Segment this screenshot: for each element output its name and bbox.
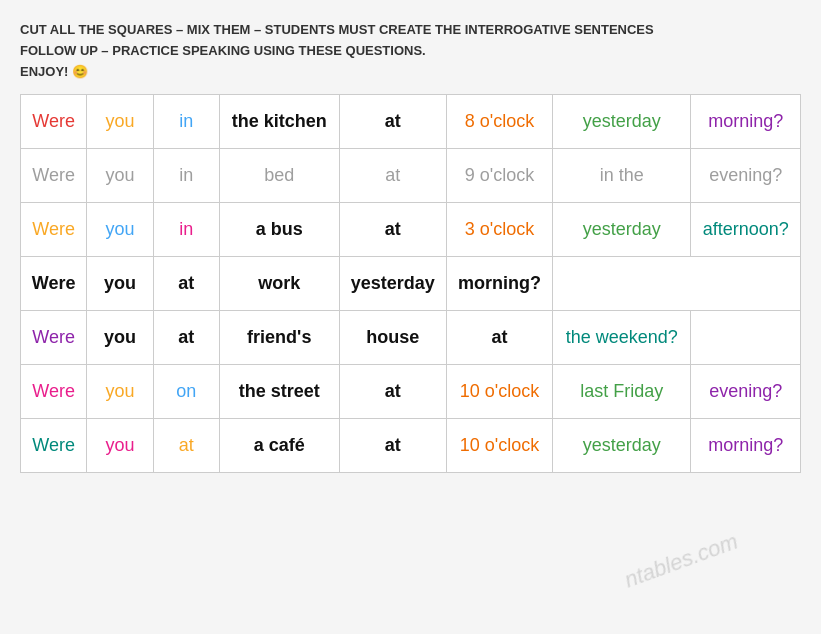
table-cell: Were: [21, 257, 87, 311]
table-cell: at: [153, 419, 219, 473]
table-cell: Were: [21, 95, 87, 149]
table-cell: the street: [220, 365, 339, 419]
table-row: Wereyouonthe streetat10 o'clocklast Frid…: [21, 365, 801, 419]
table-cell: Were: [21, 149, 87, 203]
instruction-line2: FOLLOW UP – PRACTICE SPEAKING USING THES…: [20, 43, 426, 58]
table-cell: at: [339, 203, 446, 257]
table-cell: 3 o'clock: [446, 203, 552, 257]
table-cell: you: [87, 95, 153, 149]
table-cell: 9 o'clock: [446, 149, 552, 203]
table-cell: 10 o'clock: [446, 365, 552, 419]
table-cell: at: [339, 149, 446, 203]
table-cell: house: [339, 311, 446, 365]
table-cell: morning?: [691, 419, 801, 473]
table-cell: a bus: [220, 203, 339, 257]
table-cell: you: [87, 311, 153, 365]
table-cell: you: [87, 365, 153, 419]
table-cell: [553, 257, 801, 311]
table-cell: at: [339, 95, 446, 149]
table-cell: morning?: [691, 95, 801, 149]
table-cell: 10 o'clock: [446, 419, 552, 473]
table-row: Wereyouatworkyesterdaymorning?: [21, 257, 801, 311]
table-cell: in: [153, 95, 219, 149]
table-cell: at: [339, 365, 446, 419]
table-cell: Were: [21, 419, 87, 473]
table-row: Wereyouata caféat10 o'clockyesterdaymorn…: [21, 419, 801, 473]
table-cell: you: [87, 203, 153, 257]
table-cell: morning?: [446, 257, 552, 311]
table-cell: yesterday: [553, 203, 691, 257]
table-cell: 8 o'clock: [446, 95, 552, 149]
table-cell: a café: [220, 419, 339, 473]
instruction-line1: CUT ALL THE SQUARES – MIX THEM – STUDENT…: [20, 22, 654, 37]
table-cell: at: [446, 311, 552, 365]
table-cell: yesterday: [339, 257, 446, 311]
table-cell: on: [153, 365, 219, 419]
emoji-icon: 😊: [72, 64, 88, 79]
table-row: Wereyouina busat3 o'clockyesterdayaftern…: [21, 203, 801, 257]
table-row: Wereyouatfriend'shouseatthe weekend?: [21, 311, 801, 365]
table-cell: work: [220, 257, 339, 311]
table-row: Wereyouinthe kitchenat8 o'clockyesterday…: [21, 95, 801, 149]
table-cell: Were: [21, 203, 87, 257]
table-cell: in: [153, 203, 219, 257]
table-cell: bed: [220, 149, 339, 203]
instruction-line3: ENJOY!: [20, 64, 68, 79]
table-cell: evening?: [691, 365, 801, 419]
table-cell: at: [153, 311, 219, 365]
table-cell: afternoon?: [691, 203, 801, 257]
table-cell: the weekend?: [553, 311, 691, 365]
table-cell: you: [87, 149, 153, 203]
table-cell: [691, 311, 801, 365]
table-cell: at: [153, 257, 219, 311]
table-cell: Were: [21, 365, 87, 419]
sentences-table: Wereyouinthe kitchenat8 o'clockyesterday…: [20, 94, 801, 473]
table-cell: yesterday: [553, 419, 691, 473]
instructions-block: CUT ALL THE SQUARES – MIX THEM – STUDENT…: [20, 20, 801, 82]
table-cell: in: [153, 149, 219, 203]
watermark: ntables.com: [622, 528, 742, 593]
table-cell: you: [87, 419, 153, 473]
table-cell: you: [87, 257, 153, 311]
table-cell: yesterday: [553, 95, 691, 149]
table-cell: in the: [553, 149, 691, 203]
table-cell: at: [339, 419, 446, 473]
table-cell: evening?: [691, 149, 801, 203]
table-cell: last Friday: [553, 365, 691, 419]
table-cell: friend's: [220, 311, 339, 365]
table-cell: the kitchen: [220, 95, 339, 149]
table-row: Wereyouinbedat9 o'clockin theevening?: [21, 149, 801, 203]
table-cell: Were: [21, 311, 87, 365]
